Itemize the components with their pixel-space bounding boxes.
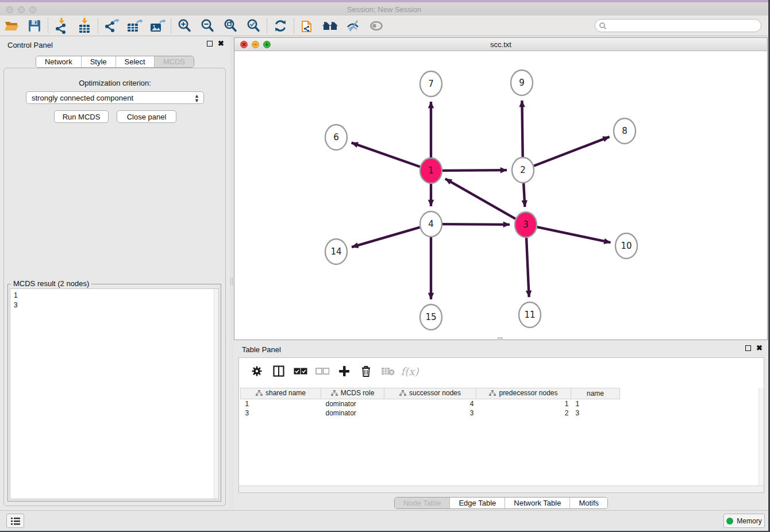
result-scrollbar[interactable] bbox=[214, 289, 218, 499]
table-row[interactable]: 1dominator411 bbox=[241, 399, 620, 408]
export-network-icon bbox=[103, 18, 120, 33]
zoom-out-button[interactable] bbox=[196, 17, 219, 34]
column-header-predecessor-nodes[interactable]: predecessor nodes bbox=[476, 388, 571, 399]
delete-table-button[interactable] bbox=[377, 361, 399, 381]
table-cell[interactable]: 1 bbox=[241, 399, 321, 408]
import-network-button[interactable] bbox=[50, 17, 73, 34]
tab-motifs[interactable]: Motifs bbox=[570, 498, 607, 508]
column-header-shared-name[interactable]: shared name bbox=[241, 388, 321, 399]
graph-node-9[interactable]: 9 bbox=[511, 70, 533, 95]
criterion-dropdown[interactable]: strongly connected component ▲▼ bbox=[26, 91, 204, 104]
close-panel-icon[interactable]: ✖ bbox=[218, 41, 224, 47]
graph-node-2[interactable]: 2 bbox=[512, 157, 534, 183]
table-cell[interactable]: 4 bbox=[384, 399, 476, 408]
column-header-MCDS-role[interactable]: MCDS role bbox=[321, 388, 384, 399]
graph-node-label: 3 bbox=[523, 219, 529, 230]
tab-network-table[interactable]: Network Table bbox=[505, 498, 570, 508]
tab-select[interactable]: Select bbox=[116, 56, 155, 67]
table-cell[interactable]: 3 bbox=[241, 408, 321, 418]
tab-mcds[interactable]: MCDS bbox=[155, 56, 194, 67]
graph-node-14[interactable]: 14 bbox=[325, 239, 347, 264]
home-button[interactable] bbox=[319, 17, 342, 34]
table-cell[interactable]: 3 bbox=[384, 408, 476, 418]
tab-network[interactable]: Network bbox=[36, 56, 82, 67]
tab-style[interactable]: Style bbox=[82, 56, 116, 67]
table-cell[interactable]: 1 bbox=[476, 399, 571, 408]
table-row[interactable]: 3dominator323 bbox=[241, 408, 620, 418]
graph-node-label: 14 bbox=[330, 246, 341, 257]
graph-node-11[interactable]: 11 bbox=[519, 302, 541, 327]
os-titlebar[interactable]: Session: New Session bbox=[0, 0, 768, 16]
graph-edge-4-14[interactable] bbox=[352, 228, 420, 247]
column-header-name[interactable]: name bbox=[571, 388, 620, 399]
table-cell[interactable]: 1 bbox=[571, 399, 620, 408]
graph-node-7[interactable]: 7 bbox=[420, 71, 442, 97]
close-table-panel-icon[interactable]: ✖ bbox=[756, 345, 763, 351]
import-table-button[interactable] bbox=[73, 17, 96, 34]
open-session-button[interactable] bbox=[0, 17, 23, 34]
graph-node-4[interactable]: 4 bbox=[420, 211, 442, 237]
run-mcds-button[interactable]: Run MCDS bbox=[54, 110, 109, 123]
window-title: Session: New Session bbox=[0, 5, 768, 14]
table-cell[interactable]: 2 bbox=[476, 408, 571, 418]
graph-node-10[interactable]: 10 bbox=[615, 233, 637, 259]
graph-edge-2-3[interactable] bbox=[523, 183, 525, 207]
tab-node-table[interactable]: Node Table bbox=[395, 498, 451, 508]
network-window-titlebar[interactable]: ✕ − + scc.txt bbox=[234, 38, 767, 51]
network-canvas[interactable]: 1234678910111415 bbox=[234, 51, 767, 340]
table-cell[interactable]: dominator bbox=[321, 408, 384, 418]
search-input[interactable] bbox=[607, 21, 761, 31]
hide-panels-button[interactable] bbox=[342, 17, 365, 34]
delete-column-button[interactable] bbox=[355, 361, 377, 381]
home-icon bbox=[322, 19, 339, 33]
graph-node-8[interactable]: 8 bbox=[614, 118, 636, 144]
graph-edge-3-11[interactable] bbox=[526, 238, 529, 297]
graph-edge-4-3[interactable] bbox=[442, 224, 510, 225]
show-panels-button[interactable] bbox=[365, 17, 388, 34]
table-horizontal-scrollbar[interactable] bbox=[239, 485, 764, 492]
table-vertical-scrollbar[interactable] bbox=[759, 388, 764, 485]
graph-edge-2-9[interactable] bbox=[522, 101, 522, 157]
table-cell[interactable]: dominator bbox=[321, 399, 384, 408]
graph-edge-1-6[interactable] bbox=[352, 142, 420, 167]
panel-divider[interactable] bbox=[230, 36, 234, 510]
float-table-panel-icon[interactable] bbox=[745, 345, 751, 351]
refresh-button[interactable] bbox=[269, 17, 292, 34]
zoom-in-button[interactable] bbox=[173, 17, 196, 34]
select-all-columns-button[interactable] bbox=[290, 361, 311, 381]
graph-edge-2-8[interactable] bbox=[534, 137, 610, 166]
export-table-button[interactable] bbox=[123, 17, 146, 34]
table-toolbar: f(x) bbox=[239, 358, 764, 384]
add-column-button[interactable] bbox=[333, 361, 355, 381]
table-settings-button[interactable] bbox=[246, 361, 268, 381]
export-image-button[interactable] bbox=[146, 17, 169, 34]
graph-node-label: 8 bbox=[622, 126, 627, 136]
close-panel-button[interactable]: Close panel bbox=[117, 110, 176, 123]
network-resize-handle[interactable] bbox=[498, 337, 503, 340]
graph-node-1[interactable]: 1 bbox=[420, 158, 442, 183]
zoom-selected-button[interactable] bbox=[242, 17, 265, 34]
column-type-icon bbox=[256, 390, 263, 396]
import-table-icon bbox=[77, 18, 92, 34]
graph-node-3[interactable]: 3 bbox=[515, 212, 537, 237]
export-network-button[interactable] bbox=[100, 17, 123, 34]
graph-edge-3-10[interactable] bbox=[537, 227, 611, 242]
column-layout-button[interactable] bbox=[268, 361, 290, 381]
zoom-fit-button[interactable] bbox=[219, 17, 242, 34]
task-history-button[interactable] bbox=[6, 514, 24, 528]
mcds-result-text[interactable]: 1 3 bbox=[10, 288, 219, 499]
function-builder-button[interactable]: f(x) bbox=[399, 361, 421, 381]
open-session-file-button[interactable] bbox=[296, 17, 319, 34]
deselect-all-columns-button[interactable] bbox=[311, 361, 333, 381]
graph-node-6[interactable]: 6 bbox=[325, 125, 347, 150]
table-cell[interactable]: 3 bbox=[571, 408, 620, 418]
tab-edge-table[interactable]: Edge Table bbox=[450, 498, 505, 508]
graph-edge-1-2[interactable] bbox=[442, 170, 507, 171]
graph-edge-3-1[interactable] bbox=[445, 179, 515, 219]
float-panel-icon[interactable] bbox=[207, 41, 213, 47]
memory-button[interactable]: Memory bbox=[723, 514, 765, 528]
search-box[interactable] bbox=[595, 19, 761, 32]
graph-node-15[interactable]: 15 bbox=[420, 304, 442, 330]
column-header-successor-nodes[interactable]: successor nodes bbox=[384, 388, 476, 399]
save-session-button[interactable] bbox=[23, 17, 46, 34]
